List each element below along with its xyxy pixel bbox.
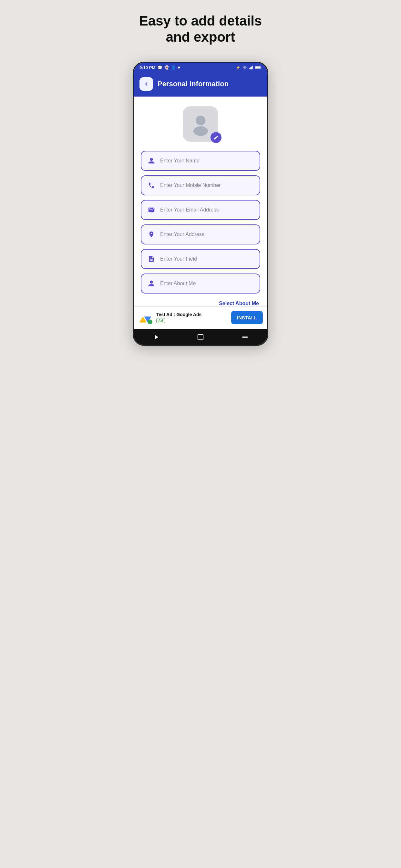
fieldwork-field-row[interactable]: Enter Your Field [141, 249, 260, 269]
nav-home-icon [197, 334, 204, 341]
person2-icon [147, 279, 156, 288]
person-icon [147, 157, 156, 165]
back-button[interactable] [140, 77, 153, 91]
avatar-wrap [183, 106, 218, 142]
svg-rect-5 [255, 66, 260, 68]
svg-point-7 [196, 116, 205, 125]
email-icon [147, 206, 156, 214]
svg-rect-2 [251, 66, 252, 69]
ad-badge-text: Ad [158, 319, 163, 322]
svg-rect-0 [249, 68, 250, 69]
ad-badge: Ad [156, 318, 165, 323]
ghost-icon: 👤 [171, 65, 176, 70]
nav-back-button[interactable] [151, 333, 160, 342]
install-button[interactable]: INSTALL [231, 311, 263, 324]
svg-rect-3 [252, 66, 253, 69]
nav-recent-button[interactable] [241, 333, 250, 342]
avatar-person-icon [189, 112, 213, 136]
select-about-row: Select About Me [141, 299, 260, 306]
svg-point-11 [148, 319, 152, 324]
wifi-icon [242, 66, 247, 69]
svg-rect-1 [250, 67, 251, 69]
app-header: Personal Information [134, 73, 267, 97]
email-field-row[interactable]: Enter Your Email Address [141, 200, 260, 220]
signal-icon [249, 66, 253, 69]
page-headline: Easy to add details and export [126, 13, 275, 45]
address-placeholder: Enter Your Address [160, 231, 204, 237]
phone-shell: 9:10 PM 💬 👻 👤 ⚡ Personal Information [133, 62, 268, 346]
google-ads-logo [138, 311, 152, 325]
ad-banner: Test Ad : Google Ads Ad INSTALL [134, 306, 267, 329]
svg-marker-12 [155, 335, 158, 339]
nav-bar [134, 329, 267, 345]
message-icon: 💬 [157, 65, 162, 70]
svg-point-8 [193, 126, 208, 136]
avatar-section [141, 106, 260, 142]
ad-title: Test Ad : Google Ads [156, 312, 227, 317]
document-icon [147, 255, 156, 263]
status-bar: 9:10 PM 💬 👻 👤 ⚡ [134, 63, 267, 73]
nav-recent-icon [242, 336, 249, 339]
status-time: 9:10 PM [140, 65, 155, 70]
snapchat-icon: 👻 [164, 65, 169, 70]
name-placeholder: Enter Your Name [160, 158, 199, 164]
nav-back-icon [152, 334, 159, 341]
svg-rect-13 [198, 335, 204, 340]
nav-home-button[interactable] [196, 333, 205, 342]
svg-rect-6 [260, 67, 261, 68]
aboutme-field-row[interactable]: Enter About Me [141, 274, 260, 293]
mobile-field-row[interactable]: Enter Your Mobile Number [141, 175, 260, 195]
fieldwork-placeholder: Enter Your Field [160, 256, 197, 262]
page-wrapper: Easy to add details and export 9:10 PM 💬… [126, 13, 275, 346]
mobile-placeholder: Enter Your Mobile Number [160, 182, 221, 188]
aboutme-placeholder: Enter About Me [160, 281, 196, 286]
status-left: 9:10 PM 💬 👻 👤 [140, 65, 180, 70]
select-about-link[interactable]: Select About Me [219, 301, 259, 306]
pencil-icon [213, 135, 219, 140]
app-body: Enter Your Name Enter Your Mobile Number… [134, 97, 267, 306]
name-field-row[interactable]: Enter Your Name [141, 151, 260, 171]
form-fields: Enter Your Name Enter Your Mobile Number… [141, 151, 260, 299]
phone-icon [147, 181, 156, 190]
email-placeholder: Enter Your Email Address [160, 207, 219, 213]
charge-icon: ⚡ [236, 66, 241, 70]
dot-icon [178, 66, 180, 68]
edit-avatar-button[interactable] [211, 132, 221, 143]
battery-icon [255, 66, 261, 69]
screen-title: Personal Information [158, 80, 228, 88]
svg-rect-14 [242, 337, 248, 338]
status-right: ⚡ [236, 66, 261, 70]
ad-text-block: Test Ad : Google Ads Ad [156, 312, 227, 323]
location-icon [147, 230, 156, 239]
address-field-row[interactable]: Enter Your Address [141, 224, 260, 244]
